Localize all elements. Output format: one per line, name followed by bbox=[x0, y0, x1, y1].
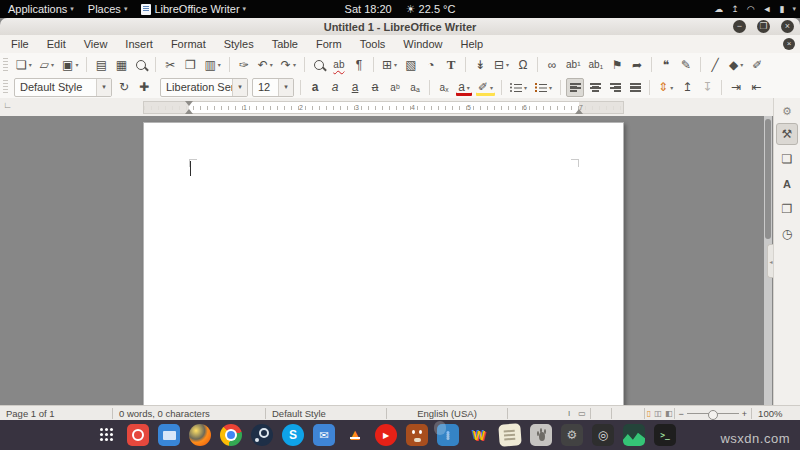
font-size-combo[interactable]: 12 ▾ bbox=[252, 78, 294, 97]
skype-icon[interactable]: S bbox=[282, 424, 304, 446]
menu-edit[interactable]: Edit bbox=[38, 35, 75, 53]
sidebar-tab-page[interactable]: ❏ bbox=[776, 148, 798, 170]
hyperlink-button[interactable]: ∞ bbox=[543, 55, 561, 74]
tray-chevron-icon[interactable]: ▾ bbox=[792, 5, 796, 13]
zoom-slider[interactable]: − + bbox=[675, 409, 752, 419]
horizontal-ruler[interactable]: 1 2 3 4 5 6 7 bbox=[143, 101, 624, 114]
close-document-button[interactable]: × bbox=[783, 38, 795, 50]
mail-app-icon[interactable]: ✉ bbox=[313, 424, 335, 446]
font-name-combo[interactable]: Liberation Ser ▾ bbox=[160, 78, 248, 97]
chevron-down-icon[interactable]: ▾ bbox=[232, 79, 247, 96]
right-indent-marker[interactable] bbox=[575, 109, 583, 114]
spelling-button[interactable]: ab bbox=[330, 55, 348, 74]
clock[interactable]: Sat 18:20 bbox=[345, 3, 392, 15]
sidebar-tab-navigator[interactable]: ◷ bbox=[776, 223, 798, 245]
first-line-indent-marker[interactable] bbox=[185, 101, 193, 106]
insert-mode-indicator[interactable]: I bbox=[564, 409, 574, 418]
new-style-button[interactable]: ✚ bbox=[135, 78, 153, 97]
insert-comment-button[interactable]: ❝ bbox=[657, 55, 675, 74]
screenshot-app-icon[interactable] bbox=[127, 424, 149, 446]
special-character-button[interactable]: Ω bbox=[514, 55, 532, 74]
upload-icon[interactable]: ↥ bbox=[731, 4, 739, 14]
minimize-button[interactable]: − bbox=[733, 20, 746, 33]
menu-window[interactable]: Window bbox=[394, 35, 451, 53]
text-language[interactable]: English (USA) bbox=[387, 408, 507, 419]
menu-form[interactable]: Form bbox=[307, 35, 351, 53]
volume-icon[interactable]: ◄ bbox=[763, 4, 772, 14]
zoom-in-button[interactable]: + bbox=[742, 409, 747, 419]
sidebar-tab-styles[interactable]: A bbox=[776, 173, 798, 195]
basic-shapes-button[interactable]: ◆ bbox=[726, 55, 746, 74]
left-indent-marker[interactable] bbox=[185, 109, 193, 114]
zoom-percentage[interactable]: 100% bbox=[752, 408, 788, 419]
scrollbar-thumb[interactable] bbox=[765, 119, 771, 239]
documents-app-icon[interactable] bbox=[498, 423, 521, 446]
align-left-button[interactable] bbox=[566, 78, 584, 97]
new-document-button[interactable]: ❏ bbox=[13, 55, 35, 74]
steam-icon[interactable] bbox=[251, 424, 273, 446]
app-grid-button[interactable] bbox=[96, 424, 118, 446]
files-app-icon[interactable] bbox=[158, 424, 180, 446]
zoom-track[interactable] bbox=[687, 413, 739, 414]
menu-insert[interactable]: Insert bbox=[116, 35, 162, 53]
wheel-app-icon[interactable]: ◎ bbox=[592, 424, 614, 446]
insert-line-button[interactable]: ╱ bbox=[706, 55, 724, 74]
selection-mode-icon[interactable]: ▭ bbox=[574, 409, 590, 418]
vlc-icon[interactable]: ▲ bbox=[344, 424, 366, 446]
close-button[interactable]: × bbox=[781, 20, 794, 33]
gimp-icon[interactable] bbox=[406, 424, 428, 446]
align-right-button[interactable] bbox=[606, 78, 624, 97]
gnome-foot-icon[interactable] bbox=[530, 424, 552, 446]
places-menu[interactable]: Places ▾ bbox=[88, 3, 128, 15]
zoom-out-button[interactable]: − bbox=[679, 409, 684, 419]
system-tray[interactable]: ☁ ↥ ◠ ◄ ▮ ▾ bbox=[714, 0, 796, 18]
insert-chart-button[interactable]: ◔ bbox=[422, 55, 440, 74]
insert-image-button[interactable]: ▧ bbox=[402, 55, 420, 74]
youtube-icon[interactable]: ▶ bbox=[375, 424, 397, 446]
formatting-marks-button[interactable]: ¶ bbox=[350, 55, 368, 74]
cut-button[interactable]: ✂ bbox=[161, 55, 179, 74]
find-replace-button[interactable] bbox=[310, 55, 328, 74]
wifi-icon[interactable]: ◠ bbox=[747, 4, 755, 14]
menu-file[interactable]: File bbox=[2, 35, 38, 53]
underline-button[interactable]: a bbox=[346, 78, 364, 97]
paragraph-style-combo[interactable]: Default Style ▾ bbox=[14, 78, 112, 97]
word-count[interactable]: 0 words, 0 characters bbox=[113, 408, 265, 419]
weather-indicator[interactable]: ☀ 22.5 °C bbox=[406, 3, 456, 16]
insert-field-button[interactable]: ⊟ bbox=[491, 55, 512, 74]
insert-table-button[interactable]: ⊞ bbox=[379, 55, 400, 74]
battery-icon[interactable]: ▮ bbox=[780, 4, 785, 14]
menu-help[interactable]: Help bbox=[451, 35, 492, 53]
tab-stop-selector[interactable]: ∟ bbox=[3, 100, 12, 110]
increase-paragraph-spacing-button[interactable]: ↥ bbox=[678, 78, 696, 97]
single-page-view-button[interactable]: ▯ bbox=[645, 409, 652, 418]
toolbar-drag-handle[interactable] bbox=[3, 58, 8, 72]
update-style-button[interactable]: ↻ bbox=[115, 78, 133, 97]
justify-button[interactable] bbox=[626, 78, 644, 97]
menu-styles[interactable]: Styles bbox=[215, 35, 263, 53]
bookmark-button[interactable]: ⚑ bbox=[608, 55, 626, 74]
endnote-button[interactable]: ab₁ bbox=[586, 55, 607, 74]
open-button[interactable]: ▱ bbox=[37, 55, 57, 74]
clone-formatting-button[interactable]: ✑ bbox=[235, 55, 253, 74]
page-count[interactable]: Page 1 of 1 bbox=[0, 408, 112, 419]
clear-formatting-button[interactable]: aₓ bbox=[435, 78, 453, 97]
menu-format[interactable]: Format bbox=[162, 35, 215, 53]
w-logo-icon[interactable]: W bbox=[468, 424, 490, 446]
numbered-list-button[interactable] bbox=[532, 78, 555, 97]
zoom-knob[interactable] bbox=[708, 410, 718, 420]
font-color-button[interactable]: a bbox=[455, 78, 473, 97]
increase-indent-button[interactable]: ⇥ bbox=[727, 78, 745, 97]
document-page[interactable] bbox=[143, 122, 624, 405]
settings-gear-icon[interactable]: ⚙ bbox=[561, 424, 583, 446]
menu-tools[interactable]: Tools bbox=[351, 35, 395, 53]
active-app-menu[interactable]: LibreOffice Writer ▾ bbox=[141, 3, 246, 15]
book-view-button[interactable]: ◧ bbox=[663, 409, 674, 418]
draw-functions-button[interactable]: ✐ bbox=[748, 55, 766, 74]
chevron-down-icon[interactable]: ▾ bbox=[278, 79, 293, 96]
undo-button[interactable]: ↶ bbox=[255, 55, 276, 74]
paste-button[interactable]: ▥ bbox=[201, 55, 223, 74]
menu-table[interactable]: Table bbox=[263, 35, 307, 53]
bold-button[interactable]: a bbox=[306, 78, 324, 97]
page-break-button[interactable]: ↡ bbox=[471, 55, 489, 74]
